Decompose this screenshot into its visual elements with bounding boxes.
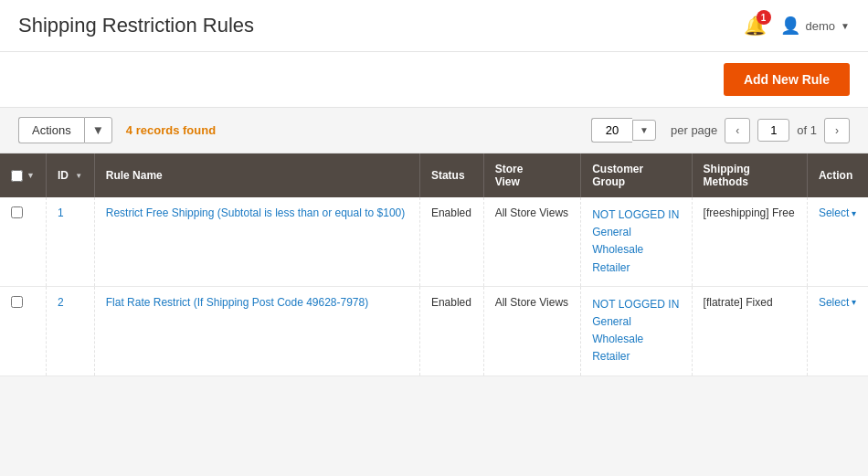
pagination-page-input[interactable]: [757, 119, 789, 142]
row-checkbox-cell: [0, 197, 46, 286]
row-id-cell: 1: [46, 197, 94, 286]
user-avatar-icon: 👤: [780, 16, 800, 36]
row-shipping-methods-cell: [freeshipping] Free: [692, 197, 807, 286]
user-menu-chevron-icon: ▼: [841, 21, 850, 31]
grid-toolbar: Actions ▼ 4 records found ▼ per page ‹ o…: [0, 108, 868, 153]
pagination-prev-button[interactable]: ‹: [725, 118, 750, 143]
row-store-view-cell: All Store Views: [483, 286, 581, 376]
select-all-caret-icon[interactable]: ▼: [26, 171, 35, 180]
col-header-action: Action: [807, 153, 868, 197]
row-status-cell: Enabled: [419, 197, 483, 286]
row-select-caret-icon[interactable]: ▾: [852, 208, 856, 218]
row-shipping-methods-cell: [flatrate] Fixed: [692, 286, 807, 376]
user-menu[interactable]: 👤 demo ▼: [780, 16, 850, 36]
select-all-checkbox[interactable]: [11, 170, 23, 182]
col-header-shipping-methods: ShippingMethods: [692, 153, 807, 197]
add-rule-toolbar: Add New Rule: [0, 52, 868, 108]
row-checkbox[interactable]: [11, 206, 23, 218]
customer-group-list: NOT LOGGED INGeneralWholesaleRetailer: [592, 206, 680, 277]
row-checkbox-cell: [0, 286, 46, 376]
actions-caret-button[interactable]: ▼: [84, 117, 112, 143]
col-header-customer-group: CustomerGroup: [581, 153, 692, 197]
records-found-label: 4 records found: [126, 123, 216, 137]
pagination-next-button[interactable]: ›: [824, 118, 850, 143]
col-header-rule-name: Rule Name: [94, 153, 419, 197]
table-header-row: ▼ ID ▼ Rule Name Status StoreView Custom…: [0, 153, 868, 197]
row-id-cell: 2: [46, 286, 94, 376]
user-name-label: demo: [806, 19, 836, 33]
row-rule-name-cell: Restrict Free Shipping (Subtotal is less…: [94, 197, 419, 286]
actions-button[interactable]: Actions: [18, 117, 84, 143]
row-rule-name-link[interactable]: Restrict Free Shipping (Subtotal is less…: [106, 206, 406, 219]
row-customer-group-cell: NOT LOGGED INGeneralWholesaleRetailer: [581, 286, 692, 376]
pagination-controls: ▼ per page ‹ of 1 ›: [591, 118, 850, 143]
col-header-id: ID ▼: [46, 153, 94, 197]
page-header: Shipping Restriction Rules 🔔 1 👤 demo ▼: [0, 0, 868, 52]
customer-group-list: NOT LOGGED INGeneralWholesaleRetailer: [592, 296, 680, 366]
add-new-rule-button[interactable]: Add New Rule: [724, 63, 850, 96]
per-page-select-wrap: ▼: [591, 118, 656, 143]
row-id-link[interactable]: 1: [58, 206, 64, 219]
notification-bell[interactable]: 🔔 1: [744, 15, 767, 37]
row-select-caret-icon[interactable]: ▾: [852, 297, 856, 307]
actions-dropdown: Actions ▼: [18, 117, 112, 143]
header-right: 🔔 1 👤 demo ▼: [744, 15, 850, 37]
select-all-checkbox-col: ▼: [0, 153, 46, 197]
col-header-store-view: StoreView: [483, 153, 581, 197]
row-checkbox[interactable]: [11, 296, 23, 308]
row-rule-name-cell: Flat Rate Restrict (If Shipping Post Cod…: [94, 286, 419, 376]
row-customer-group-cell: NOT LOGGED INGeneralWholesaleRetailer: [581, 197, 692, 286]
data-grid-wrap: ▼ ID ▼ Rule Name Status StoreView Custom…: [0, 153, 868, 376]
row-id-link[interactable]: 2: [58, 296, 64, 309]
pagination-of-label: of 1: [797, 123, 817, 137]
per-page-input[interactable]: [591, 118, 632, 143]
page-title: Shipping Restriction Rules: [18, 14, 254, 37]
row-action-cell: Select▾: [807, 197, 868, 286]
per-page-label: per page: [671, 123, 717, 137]
id-sort-icon[interactable]: ▼: [75, 173, 82, 180]
table-row: 2Flat Rate Restrict (If Shipping Post Co…: [0, 286, 868, 376]
shipping-rules-table: ▼ ID ▼ Rule Name Status StoreView Custom…: [0, 153, 868, 376]
table-row: 1Restrict Free Shipping (Subtotal is les…: [0, 197, 868, 286]
row-rule-name-link[interactable]: Flat Rate Restrict (If Shipping Post Cod…: [106, 296, 368, 309]
col-header-status: Status: [419, 153, 483, 197]
row-select-button[interactable]: Select: [819, 296, 849, 309]
row-action-cell: Select▾: [807, 286, 868, 376]
row-status-cell: Enabled: [419, 286, 483, 376]
notification-badge: 1: [757, 10, 771, 25]
row-select-button[interactable]: Select: [819, 206, 849, 219]
row-store-view-cell: All Store Views: [483, 197, 581, 286]
per-page-caret-button[interactable]: ▼: [632, 120, 656, 141]
